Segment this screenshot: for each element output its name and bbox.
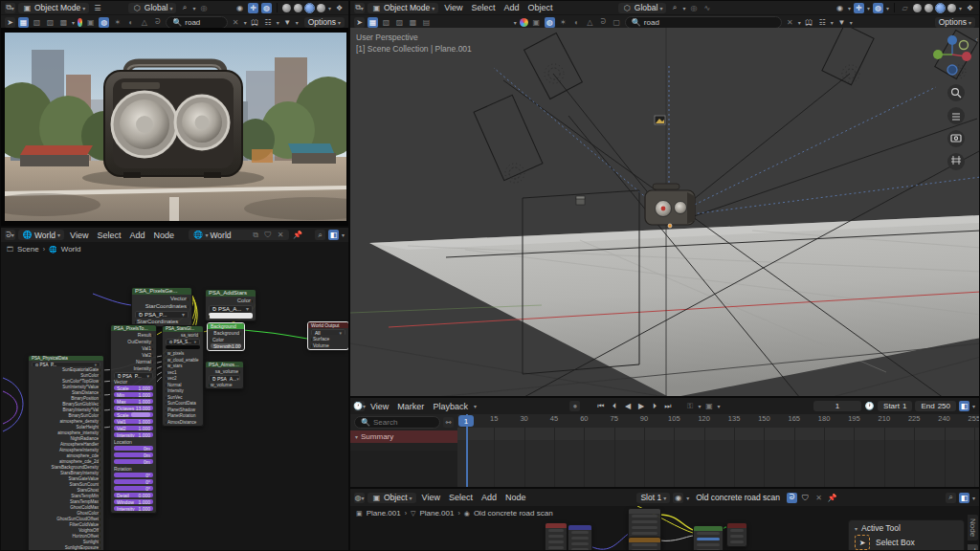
- editor-type-icon[interactable]: ⧉▾: [354, 3, 365, 13]
- node-input-socket[interactable]: w_pixels: [166, 351, 200, 357]
- bookmark-icon[interactable]: 🕮: [250, 17, 260, 28]
- node-output-socket[interactable]: HorizonOffset: [32, 534, 100, 539]
- node[interactable]: PSA_PhysicalDataᘒ PSA_P...▾SunEquatorial…: [28, 355, 104, 551]
- node-header[interactable]: PSA_PhysicalData: [29, 356, 103, 361]
- breadcrumb-object[interactable]: Plane.001: [367, 509, 401, 518]
- node-output-socket[interactable]: Result: [114, 332, 153, 338]
- node-input-socket[interactable]: w_cloud_enable: [166, 358, 200, 364]
- node-output-socket[interactable]: VoightsOff: [32, 528, 100, 533]
- shading-solid-icon[interactable]: [294, 4, 302, 12]
- tool-icon-3[interactable]: ▨: [45, 17, 56, 28]
- overlays-toggle-icon[interactable]: ◍: [873, 3, 883, 13]
- shading-material-icon[interactable]: [305, 4, 314, 12]
- menu-view[interactable]: View: [441, 3, 465, 12]
- node-output-socket[interactable]: StarsTempMax: [32, 499, 100, 504]
- node-driven-field[interactable]: Max1.000: [114, 399, 153, 405]
- current-frame-field[interactable]: 1: [813, 401, 861, 411]
- node-output-socket[interactable]: Color: [209, 298, 253, 304]
- node-output-socket[interactable]: StarsGateValue: [32, 476, 100, 481]
- node-group-selector[interactable]: ᘒ PSA_P...▾: [135, 311, 189, 318]
- node[interactable]: [726, 522, 747, 547]
- snapping-icon[interactable]: ⌕: [315, 230, 325, 240]
- editor-overlay-icon[interactable]: ◧: [328, 230, 339, 240]
- node-output-socket[interactable]: Val2: [114, 352, 153, 358]
- node-driven-field[interactable]: Octaves13.000: [114, 406, 153, 411]
- node-output-socket[interactable]: atmosphere_cde_2d: [32, 459, 100, 464]
- jump-to-start-icon[interactable]: ⏮: [595, 401, 606, 411]
- node[interactable]: [545, 522, 568, 551]
- breadcrumb-world[interactable]: World: [61, 245, 81, 253]
- nodes-toggle-icon[interactable]: ᘒ: [787, 493, 797, 503]
- breadcrumb-material[interactable]: Old concrete road scan: [474, 509, 553, 518]
- node-driven-field[interactable]: Intensity1.000: [114, 432, 153, 438]
- fake-user-icon[interactable]: 🛡: [262, 230, 273, 240]
- menu-add[interactable]: Add: [126, 231, 147, 240]
- node-header[interactable]: PSA_PixelsGe...: [132, 288, 191, 295]
- node-driven-vector-field[interactable]: 0m: [114, 452, 153, 458]
- menu-node[interactable]: Node: [150, 231, 177, 240]
- shading-options-icon[interactable]: ❖: [965, 3, 975, 13]
- node-output-socket[interactable]: BinaryPosition: [32, 396, 100, 401]
- options-dropdown[interactable]: Options▾: [304, 17, 345, 28]
- blenderkit-logo-icon[interactable]: [78, 18, 82, 27]
- tool-icon-2[interactable]: ▧: [381, 17, 391, 28]
- material-preview-icon[interactable]: ◉: [673, 493, 683, 503]
- node-output-socket[interactable]: SunColor*TopGlow: [32, 379, 100, 384]
- asset-hdr-icon[interactable]: ◐: [571, 17, 582, 28]
- node-header[interactable]: [694, 526, 723, 531]
- node-driven-field[interactable]: Detail0.000: [114, 493, 153, 498]
- node-input-socket[interactable]: Surface: [311, 336, 345, 342]
- tool-icon-4[interactable]: ▩: [58, 17, 69, 28]
- editor-type-icon[interactable]: 🕐▾: [354, 401, 365, 411]
- fake-user-shield-icon[interactable]: 🛡: [800, 493, 811, 503]
- pivot-point-icon[interactable]: ◉: [835, 3, 845, 13]
- breadcrumb-scene[interactable]: Scene: [17, 245, 39, 253]
- node-input-socket[interactable]: w_stars: [166, 364, 200, 369]
- node-output-socket[interactable]: SolarHeight: [32, 425, 100, 430]
- shading-rendered-icon[interactable]: [947, 4, 956, 12]
- menu-view[interactable]: View: [419, 493, 443, 502]
- asset-brush-icon[interactable]: △: [585, 17, 595, 28]
- node-header[interactable]: World Output: [308, 322, 348, 328]
- node-output-socket[interactable]: StarsDistance: [32, 390, 100, 395]
- sidebar-tab-node[interactable]: Node: [967, 514, 979, 541]
- node-header[interactable]: [629, 538, 660, 542]
- play-reverse-icon[interactable]: ◀: [622, 401, 633, 411]
- node-output-socket[interactable]: AtmosphereHandler: [32, 442, 100, 447]
- menu-node[interactable]: Node: [502, 493, 529, 502]
- node-driven-vector-field[interactable]: 0m: [114, 446, 153, 452]
- menu-add[interactable]: Add: [501, 3, 523, 12]
- node-output-socket[interactable]: Background: [211, 330, 241, 336]
- asset-model-icon[interactable]: ▣: [531, 17, 542, 28]
- pivot-point-icon[interactable]: ◉: [234, 3, 245, 13]
- node-output-socket[interactable]: BinarySunColor: [32, 413, 100, 418]
- node[interactable]: [568, 524, 592, 551]
- node[interactable]: [693, 525, 724, 551]
- node-output-socket[interactable]: StarCoordinates: [135, 303, 189, 310]
- node-input-socket[interactable]: SunCoordData: [166, 401, 200, 407]
- node-output-socket[interactable]: AtmosphereIntensity: [32, 448, 100, 452]
- node[interactable]: PSA_PixelsTo...ResultOutDensityVal1Val2N…: [110, 324, 157, 514]
- node-output-socket[interactable]: sa_volume: [209, 368, 240, 374]
- active-tool-icon[interactable]: ➤: [354, 17, 365, 28]
- tool-icon-2[interactable]: ▧: [32, 17, 42, 28]
- node-header[interactable]: [546, 523, 567, 528]
- node-output-socket[interactable]: GhostColor: [32, 511, 100, 516]
- gizmo-toggle-icon[interactable]: ✛: [248, 3, 258, 13]
- world-node-canvas[interactable]: 🗔 Scene › 🌐 World PSA_PixelsGe...VectorS…: [1, 242, 348, 550]
- node[interactable]: BackgroundBackgroundColorStrength1.000: [207, 322, 245, 351]
- node-output-socket[interactable]: SunColor: [32, 373, 100, 378]
- jump-to-end-icon[interactable]: ⏭: [662, 401, 673, 411]
- node-dropdown[interactable]: All▾: [311, 329, 345, 335]
- keying-set-icon[interactable]: ⚿: [684, 401, 695, 411]
- clear-search-icon[interactable]: ✕: [785, 17, 795, 28]
- pin-icon[interactable]: 📌: [827, 493, 837, 503]
- next-keyframe-icon[interactable]: ⏵: [649, 401, 659, 411]
- asset-scene-icon[interactable]: ✶: [558, 17, 568, 28]
- node-output-socket[interactable]: Intensity: [114, 365, 153, 371]
- frame-end-field[interactable]: End250: [915, 401, 956, 411]
- node-input-socket[interactable]: vec2: [166, 376, 200, 382]
- node-header[interactable]: PSA_AddStars: [206, 290, 256, 297]
- node-group-selector[interactable]: ᘒ PSA_P...▾: [32, 362, 100, 366]
- node-driven-slider[interactable]: Scale: [114, 412, 153, 418]
